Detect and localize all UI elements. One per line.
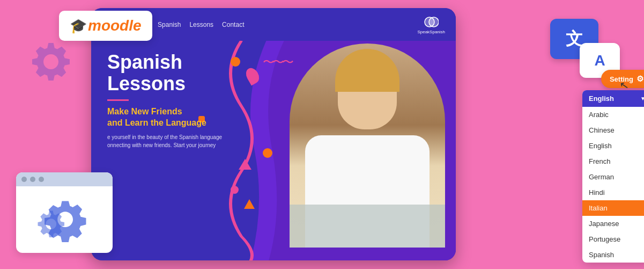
browser-settings-box [16, 172, 113, 253]
nav-lessons[interactable]: Lessons [189, 21, 213, 28]
dropdown-item-portugese[interactable]: Portugese [582, 231, 644, 247]
dropdown-item-japanese[interactable]: Japanese [582, 216, 644, 231]
shape-orange-dot-1 [231, 57, 240, 67]
speak-spanish-label: SpeakSpanish [417, 30, 445, 34]
moodle-cap-icon: 🎓 [70, 18, 87, 34]
nav-spanish[interactable]: Spanish [158, 21, 181, 28]
woman-photo [290, 43, 445, 248]
dropdown-arrow-icon: ▼ [640, 96, 644, 101]
hero-subtitle-line2: and Learn the Language [107, 118, 222, 129]
main-website-card: Home Info Spanish Lessons Contact SpeakS… [91, 8, 456, 260]
hero-title-line1: Spanish [107, 52, 222, 73]
browser-titlebar [16, 172, 113, 186]
shape-pink-circle-2 [231, 186, 239, 194]
nav-contact[interactable]: Contact [222, 21, 244, 28]
moodle-logo-text: moodle [88, 17, 142, 34]
dropdown-item-spanish[interactable]: Spanish [582, 247, 644, 263]
gear-left-icon [32, 43, 70, 81]
hero-text: Spanish Lessons Make New Friends and Lea… [107, 52, 222, 149]
dropdown-item-arabic[interactable]: Arabic [582, 107, 644, 122]
dropdown-item-italian[interactable]: Italian [582, 200, 644, 216]
hero-area: Spanish Lessons Make New Friends and Lea… [91, 41, 456, 260]
dropdown-item-german[interactable]: German [582, 169, 644, 185]
dropdown-item-chinese[interactable]: Chinese [582, 122, 644, 138]
translate-letter: A [594, 52, 605, 69]
svg-point-1 [429, 17, 439, 27]
squiggle-decoration: 〜〜〜 [263, 54, 292, 70]
dropdown-item-hindi[interactable]: Hindi [582, 185, 644, 200]
language-dropdown[interactable]: English ▼ Arabic Chinese English French … [582, 90, 644, 263]
shape-orange-tri-bottom [244, 199, 255, 209]
settings-gears-icon [35, 194, 94, 242]
dropdown-selected-label: English [589, 94, 614, 103]
hero-subtitle-line1: Make New Friends [107, 106, 222, 118]
moodle-logo-box: 🎓 moodle [59, 11, 152, 41]
hero-description: e yourself in the beauty of the Spanish … [107, 133, 222, 149]
hero-title-line2: Lessons [107, 73, 222, 94]
dropdown-header: English ▼ [582, 90, 644, 107]
translate-icon-container: 文 A [550, 19, 620, 78]
shape-pink-triangle [239, 159, 251, 170]
dropdown-item-english[interactable]: English [582, 138, 644, 154]
dropdown-item-french[interactable]: French [582, 154, 644, 169]
shape-orange-circle [263, 148, 272, 158]
setting-gear-icon: ⚙ [636, 74, 643, 84]
